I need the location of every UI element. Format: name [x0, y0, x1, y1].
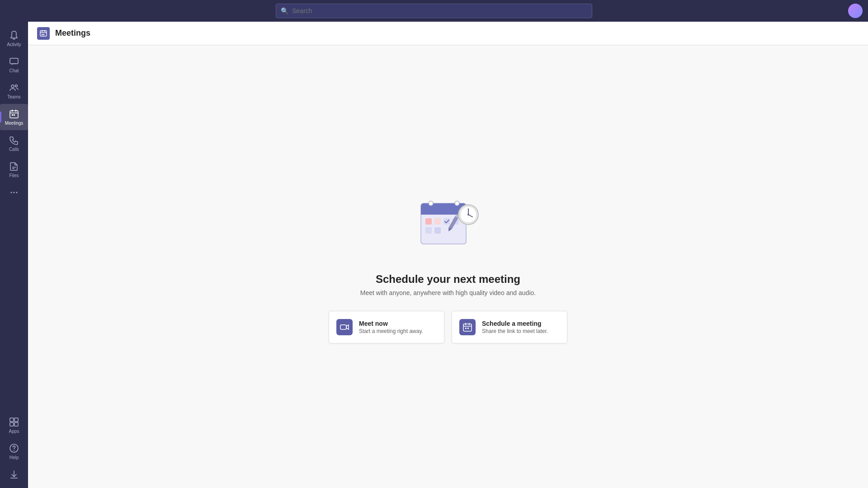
page-title: Meetings	[55, 28, 90, 38]
sidebar: Activity Chat Teams	[0, 22, 28, 488]
apps-icon	[9, 417, 19, 427]
svg-rect-29	[425, 218, 432, 225]
schedule-meeting-subtitle: Share the link to meet later.	[482, 328, 548, 334]
download-icon	[9, 469, 19, 480]
svg-rect-12	[14, 418, 18, 422]
svg-rect-34	[434, 227, 441, 234]
sidebar-item-apps[interactable]: Apps	[0, 412, 28, 438]
sidebar-item-files[interactable]: Files	[0, 156, 28, 183]
help-icon	[9, 443, 19, 454]
files-icon	[9, 161, 19, 172]
sidebar-label-help: Help	[9, 455, 19, 460]
calls-icon	[9, 135, 19, 145]
svg-point-9	[14, 192, 15, 193]
action-cards: Meet now Start a meeting right away.	[329, 311, 567, 343]
more-icon	[9, 187, 19, 198]
search-icon: 🔍	[281, 7, 288, 14]
schedule-meeting-title: Schedule a meeting	[482, 320, 548, 327]
teams-icon	[9, 82, 19, 93]
sidebar-bottom: Apps Help	[0, 412, 28, 488]
svg-rect-14	[14, 422, 18, 426]
sidebar-item-calls[interactable]: Calls	[0, 130, 28, 156]
search-input[interactable]	[292, 7, 587, 14]
sidebar-item-chat[interactable]: Chat	[0, 52, 28, 78]
meet-now-subtitle: Start a meeting right away.	[359, 328, 423, 334]
avatar-image	[848, 4, 863, 18]
meet-now-title: Meet now	[359, 320, 423, 327]
sidebar-item-help[interactable]: Help	[0, 438, 28, 465]
svg-point-10	[16, 192, 18, 193]
search-box[interactable]: 🔍	[276, 4, 592, 18]
chat-icon	[9, 56, 19, 67]
svg-rect-33	[425, 227, 432, 234]
sidebar-label-files: Files	[9, 173, 19, 178]
sidebar-item-more[interactable]	[0, 183, 28, 202]
svg-point-8	[11, 192, 12, 193]
sidebar-label-chat: Chat	[9, 68, 19, 73]
svg-rect-23	[43, 34, 45, 35]
sidebar-item-teams[interactable]: Teams	[0, 78, 28, 104]
schedule-meeting-text: Schedule a meeting Share the link to mee…	[482, 320, 548, 334]
svg-rect-0	[10, 58, 18, 64]
sidebar-item-meetings[interactable]: Meetings	[0, 104, 28, 130]
svg-point-42	[467, 214, 469, 216]
topbar: 🔍	[0, 0, 868, 22]
schedule-meeting-card[interactable]: Schedule a meeting Share the link to mee…	[452, 311, 567, 343]
svg-rect-11	[10, 418, 14, 422]
meetings-icon	[9, 108, 19, 119]
sidebar-label-activity: Activity	[7, 42, 21, 47]
meet-now-icon	[336, 319, 353, 335]
meet-now-card[interactable]: Meet now Start a meeting right away.	[329, 311, 444, 343]
main-subheading: Meet with anyone, anywhere with high qua…	[360, 289, 536, 296]
sidebar-label-meetings: Meetings	[5, 121, 24, 126]
svg-rect-5	[14, 114, 15, 116]
content-area: Meetings	[28, 22, 868, 488]
sidebar-item-download[interactable]	[0, 465, 28, 484]
svg-point-27	[429, 201, 433, 206]
avatar[interactable]	[848, 4, 863, 18]
sidebar-label-apps: Apps	[9, 429, 19, 434]
main-heading: Schedule your next meeting	[376, 273, 520, 286]
sidebar-item-activity[interactable]: Activity	[0, 25, 28, 52]
svg-rect-49	[467, 328, 469, 329]
svg-point-16	[14, 450, 14, 451]
schedule-meeting-icon	[459, 319, 476, 335]
svg-point-28	[455, 201, 459, 206]
svg-rect-30	[434, 218, 441, 225]
svg-rect-43	[340, 325, 346, 329]
main-content: Schedule your next meeting Meet with any…	[28, 45, 868, 488]
svg-rect-44	[463, 324, 472, 331]
page-header: Meetings	[28, 22, 868, 45]
activity-icon	[9, 30, 19, 41]
svg-rect-4	[12, 114, 13, 116]
svg-rect-18	[40, 31, 47, 36]
meet-now-text: Meet now Start a meeting right away.	[359, 320, 423, 334]
page-header-icon	[37, 27, 50, 40]
svg-rect-48	[465, 328, 467, 329]
main-layout: Activity Chat Teams	[0, 22, 868, 488]
svg-point-2	[15, 85, 18, 87]
svg-rect-22	[42, 34, 43, 35]
sidebar-label-calls: Calls	[9, 147, 19, 152]
sidebar-label-teams: Teams	[7, 94, 20, 99]
svg-point-1	[11, 85, 14, 88]
svg-rect-13	[10, 422, 14, 426]
calendar-illustration	[412, 190, 484, 262]
user-avatar-area[interactable]	[848, 4, 863, 18]
